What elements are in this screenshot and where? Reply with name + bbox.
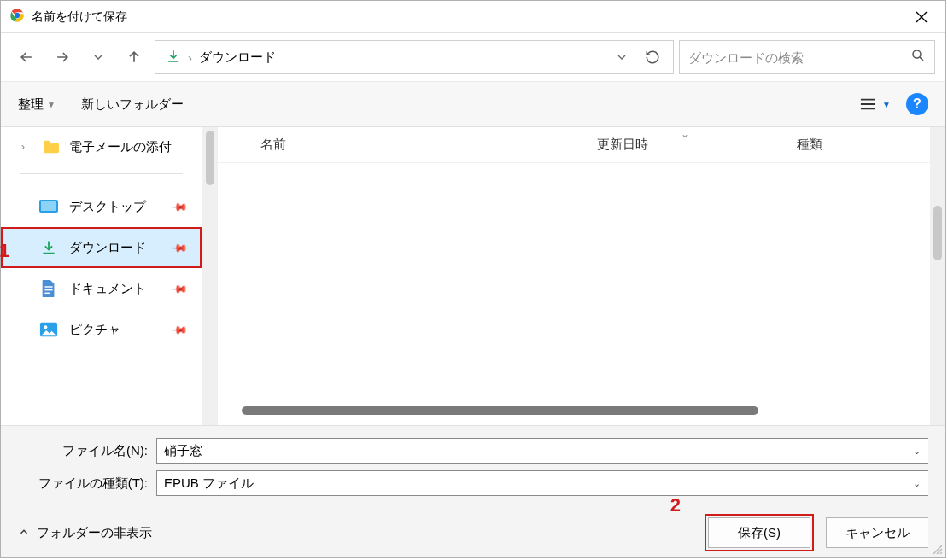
sidebar-item-downloads[interactable]: ダウンロード 📌 <box>1 227 202 268</box>
body: › 電子メールの添付 デスクトップ 📌 ダウンロード 📌 ドキュメント 📌 <box>1 127 945 425</box>
up-button[interactable] <box>119 42 149 73</box>
hide-folders-toggle[interactable]: フォルダーの非表示 <box>18 525 152 541</box>
sidebar-label: ダウンロード <box>69 240 146 256</box>
navigation-pane: › 電子メールの添付 デスクトップ 📌 ダウンロード 📌 ドキュメント 📌 <box>1 127 202 425</box>
sidebar-item-documents[interactable]: ドキュメント 📌 <box>1 268 202 309</box>
titlebar: 名前を付けて保存 <box>1 1 945 33</box>
chevron-down-icon[interactable]: ⌄ <box>913 446 921 457</box>
sidebar-scrollbar[interactable] <box>202 127 218 425</box>
new-folder-button[interactable]: 新しいフォルダー <box>81 96 184 113</box>
pin-icon: 📌 <box>170 197 189 216</box>
svg-rect-5 <box>44 286 52 287</box>
path-location: ダウンロード <box>199 50 276 66</box>
sidebar-item-pictures[interactable]: ピクチャ 📌 <box>1 309 202 350</box>
svg-point-1 <box>15 12 20 17</box>
search-box[interactable] <box>679 40 935 74</box>
documents-icon <box>38 278 59 299</box>
toolbar: 整理 ▼ 新しいフォルダー ▼ ? <box>1 81 945 127</box>
address-bar[interactable]: › ダウンロード <box>155 40 674 74</box>
sidebar-label: デスクトップ <box>69 199 146 215</box>
search-icon[interactable] <box>910 48 926 67</box>
svg-point-2 <box>913 50 921 58</box>
pin-icon: 📌 <box>170 279 189 298</box>
nav-row: › ダウンロード <box>1 33 945 81</box>
expand-icon[interactable]: › <box>21 141 33 153</box>
help-button[interactable]: ? <box>906 93 928 115</box>
tree-email-attachments[interactable]: › 電子メールの添付 <box>1 127 202 166</box>
downloads-icon <box>38 237 59 258</box>
save-button[interactable]: 保存(S) <box>708 517 810 548</box>
close-button[interactable] <box>903 2 940 32</box>
horizontal-scrollbar[interactable] <box>242 406 758 415</box>
chevron-up-icon <box>18 526 30 540</box>
column-headers: 名前 ⌄更新日時 種類 <box>218 127 930 163</box>
window-title: 名前を付けて保存 <box>32 9 127 25</box>
tree-label: 電子メールの添付 <box>69 139 172 155</box>
sidebar-divider <box>20 173 183 174</box>
save-form: ファイル名(N): 硝子窓 ⌄ ファイルの種類(T): EPUB ファイル ⌄ <box>1 425 945 508</box>
filename-input[interactable]: 硝子窓 ⌄ <box>156 438 928 464</box>
sidebar-label: ドキュメント <box>69 281 146 297</box>
filetype-value: EPUB ファイル <box>164 475 254 492</box>
filetype-label: ファイルの種類(T): <box>18 475 156 492</box>
pictures-icon <box>38 319 59 340</box>
path-dropdown[interactable] <box>606 42 637 73</box>
sidebar-label: ピクチャ <box>69 322 120 338</box>
back-button[interactable] <box>11 42 42 73</box>
hide-folders-label: フォルダーの非表示 <box>37 525 152 541</box>
filetype-select[interactable]: EPUB ファイル ⌄ <box>156 470 928 496</box>
footer: フォルダーの非表示 保存(S) キャンセル <box>1 508 945 557</box>
sort-indicator-icon: ⌄ <box>681 128 689 140</box>
folder-icon <box>42 139 61 155</box>
recent-dropdown[interactable] <box>83 42 114 73</box>
view-options[interactable]: ▼ <box>858 96 891 112</box>
chevron-down-icon[interactable]: ⌄ <box>913 478 921 489</box>
search-input[interactable] <box>688 50 910 65</box>
filelist-scrollbar[interactable] <box>930 127 945 425</box>
resize-grip-icon[interactable] <box>932 544 944 556</box>
file-list-pane: 名前 ⌄更新日時 種類 <box>218 127 930 425</box>
svg-rect-6 <box>44 289 52 290</box>
organize-menu[interactable]: 整理 ▼ <box>18 96 56 113</box>
pin-icon: 📌 <box>170 320 189 339</box>
column-type[interactable]: 種類 <box>785 137 930 153</box>
sidebar-item-desktop[interactable]: デスクトップ 📌 <box>1 186 202 227</box>
column-date[interactable]: ⌄更新日時 <box>585 137 785 153</box>
svg-rect-4 <box>41 201 56 211</box>
downloads-path-icon <box>166 49 181 67</box>
cancel-button[interactable]: キャンセル <box>826 517 928 548</box>
refresh-button[interactable] <box>637 42 668 73</box>
forward-button[interactable] <box>47 42 78 73</box>
file-list[interactable] <box>218 163 930 425</box>
column-name[interactable]: 名前 <box>218 137 585 153</box>
filename-label: ファイル名(N): <box>18 443 156 459</box>
filename-value: 硝子窓 <box>164 443 202 459</box>
pin-icon: 📌 <box>170 238 189 257</box>
desktop-icon <box>38 196 59 217</box>
svg-rect-7 <box>44 293 50 294</box>
chrome-icon <box>9 8 25 26</box>
svg-point-9 <box>44 325 47 329</box>
path-sep: › <box>188 50 192 65</box>
